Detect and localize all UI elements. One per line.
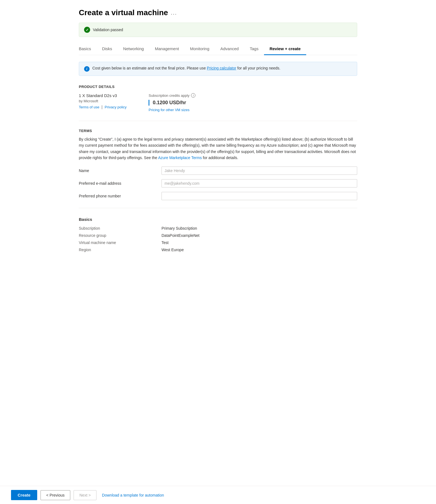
next-button: Next >: [74, 490, 96, 500]
pricing-for-other-vm-link[interactable]: Pricing for other VM sizes: [149, 108, 195, 112]
phone-input[interactable]: [162, 192, 357, 200]
tab-management[interactable]: Management: [149, 44, 185, 55]
price-block: 0.1200 USD/hr: [149, 100, 195, 106]
tab-basics[interactable]: Basics: [79, 44, 96, 55]
subscription-credits: Subscription credits apply i: [149, 93, 195, 98]
email-label: Preferred e-mail address: [79, 181, 162, 186]
name-label: Name: [79, 168, 162, 173]
basics-section-label: Basics: [79, 217, 357, 222]
download-template-link[interactable]: Download a template for automation: [102, 493, 164, 497]
divider-2: [79, 208, 357, 208]
tab-bar: Basics Disks Networking Management Monit…: [79, 44, 357, 55]
check-icon: [84, 27, 90, 33]
tab-networking[interactable]: Networking: [118, 44, 149, 55]
tab-monitoring[interactable]: Monitoring: [184, 44, 215, 55]
azure-marketplace-terms-link[interactable]: Azure Marketplace Terms: [158, 156, 202, 160]
terms-section: TERMS By clicking "Create", I (a) agree …: [79, 129, 357, 200]
vm-name-row: Virtual machine name Test: [79, 240, 357, 245]
divider-1: [79, 121, 357, 121]
name-input[interactable]: [162, 167, 357, 175]
tab-advanced[interactable]: Advanced: [215, 44, 244, 55]
name-form-row: Name: [79, 167, 357, 175]
tab-review-create[interactable]: Review + create: [264, 44, 306, 55]
subscription-value: Primary Subscription: [162, 226, 197, 230]
previous-button[interactable]: < Previous: [41, 490, 71, 500]
info-icon: [84, 66, 90, 72]
resource-group-row: Resource group DataPointExampleNet: [79, 233, 357, 238]
product-right: Subscription credits apply i 0.1200 USD/…: [149, 93, 195, 112]
vm-name-value: Test: [162, 240, 169, 245]
terms-text: By clicking "Create", I (a) agree to the…: [79, 136, 357, 161]
product-by: by Microsoft: [79, 99, 127, 103]
product-row: 1 X Standard D2s v3 by Microsoft Terms o…: [79, 93, 357, 112]
info-banner-text: Cost given below is an estimate and not …: [92, 66, 281, 70]
email-input[interactable]: [162, 179, 357, 187]
page-title: Create a virtual machine: [79, 8, 168, 17]
ellipsis-button[interactable]: ...: [171, 10, 177, 16]
vm-name-key: Virtual machine name: [79, 240, 162, 245]
region-value: West Europe: [162, 248, 184, 252]
product-section: PRODUCT DETAILS 1 X Standard D2s v3 by M…: [79, 85, 357, 112]
tab-tags[interactable]: Tags: [244, 44, 264, 55]
info-banner: Cost given below is an estimate and not …: [79, 62, 357, 76]
resource-group-value: DataPointExampleNet: [162, 233, 200, 238]
pricing-calculator-link[interactable]: Pricing calculator: [207, 66, 236, 70]
product-left: 1 X Standard D2s v3 by Microsoft Terms o…: [79, 93, 127, 109]
email-form-row: Preferred e-mail address: [79, 179, 357, 187]
region-key: Region: [79, 248, 162, 252]
footer-bar: Create < Previous Next > Download a temp…: [0, 486, 436, 504]
subscription-key: Subscription: [79, 226, 162, 230]
basics-section: Basics Subscription Primary Subscription…: [79, 217, 357, 252]
tab-disks[interactable]: Disks: [96, 44, 118, 55]
product-links: Terms of use | Privacy policy: [79, 105, 127, 109]
terms-of-use-link[interactable]: Terms of use: [79, 105, 99, 109]
terms-section-label: TERMS: [79, 129, 357, 133]
credits-info-icon: i: [191, 93, 195, 98]
privacy-policy-link[interactable]: Privacy policy: [105, 105, 127, 109]
phone-form-row: Preferred phone number: [79, 192, 357, 200]
validation-text: Validation passed: [93, 28, 123, 32]
resource-group-key: Resource group: [79, 233, 162, 238]
validation-banner: Validation passed: [79, 23, 357, 37]
product-section-label: PRODUCT DETAILS: [79, 85, 357, 89]
subscription-row: Subscription Primary Subscription: [79, 226, 357, 230]
phone-label: Preferred phone number: [79, 194, 162, 198]
product-name: 1 X Standard D2s v3: [79, 93, 127, 98]
price-value: 0.1200 USD/hr: [153, 100, 195, 106]
page-title-row: Create a virtual machine ...: [79, 8, 357, 17]
region-row: Region West Europe: [79, 248, 357, 252]
create-button[interactable]: Create: [11, 490, 37, 500]
